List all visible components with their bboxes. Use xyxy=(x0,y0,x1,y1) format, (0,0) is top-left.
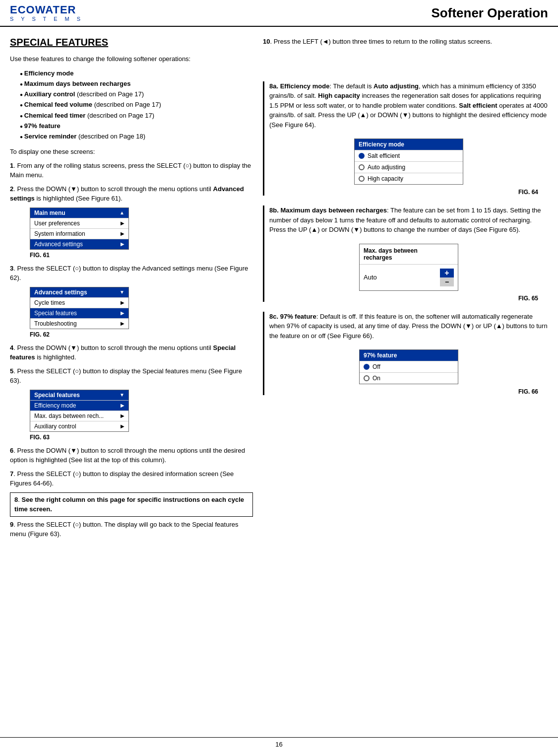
right-column: 10. Press the LEFT (◄) button three time… xyxy=(263,37,548,543)
fig-61-item-3: Advanced settings ▶ xyxy=(30,239,128,249)
fig-66-box: 97% feature Off On xyxy=(359,349,458,384)
arrow-right-icon: ▶ xyxy=(121,321,124,326)
feat-item-label: Off xyxy=(372,363,380,370)
main-content: SPECIAL FEATURES Use these features to c… xyxy=(0,27,558,552)
fig-65-header: Max. days betweenrecharges xyxy=(360,244,458,265)
days-controls: + − xyxy=(440,269,454,286)
fig-66-container: 97% feature Off On xyxy=(269,345,548,388)
menu-item-label: Troubleshooting xyxy=(34,320,77,327)
days-minus-button[interactable]: − xyxy=(440,277,454,286)
fig-66-item-1: Off xyxy=(360,361,458,372)
arrow-right-icon: ▶ xyxy=(121,231,124,236)
step-8b-text: 8b. Maximum days between recharges: The … xyxy=(269,206,548,235)
fig-64-container: Efficiency mode Salt efficient Auto adju… xyxy=(269,135,548,189)
fig-65-label: FIG. 65 xyxy=(269,295,538,302)
eff-item-label: High capacity xyxy=(368,175,403,182)
menu-item-label: Auxiliary control xyxy=(34,423,76,430)
fig-65-container: Max. days betweenrecharges Auto + − xyxy=(269,240,548,295)
eff-item-label: Auto adjusting xyxy=(368,164,405,171)
fig-61-box: Main menu ▲ User preferences ▶ System in… xyxy=(30,207,129,250)
step-8-text: 8. See the right column on this page for… xyxy=(14,495,248,514)
arrow-right-icon: ▶ xyxy=(121,300,124,305)
fig-63-label: FIG. 63 xyxy=(30,434,253,441)
fig-63-header-label: Special features xyxy=(34,392,80,399)
radio-filled-icon xyxy=(364,364,370,370)
days-auto-label: Auto xyxy=(364,274,377,281)
step-3-text: 3. Press the SELECT (○) button to displa… xyxy=(10,264,253,283)
menu-item-label: Max. days between rech... xyxy=(34,412,104,419)
page-number: 16 xyxy=(275,741,282,748)
menu-item-label: Advanced settings xyxy=(34,241,83,248)
menu-item-label: User preferences xyxy=(34,220,80,227)
arrow-right-icon: ▶ xyxy=(121,413,124,418)
fig-62-item-1: Cycle times ▶ xyxy=(30,297,128,308)
step-10-text: 10. Press the LEFT (◄) button three time… xyxy=(263,37,548,47)
menu-item-label: System information xyxy=(34,230,85,237)
list-item: Chemical feed timer (described on Page 1… xyxy=(20,111,253,120)
list-item: Chemical feed volume (described on Page … xyxy=(20,100,253,109)
logo-systems: S Y S T E M S xyxy=(10,16,83,22)
step-8c-text: 8c. 97% feature: Default is off. If this… xyxy=(269,312,548,341)
fig-63-header: Special features ▼ xyxy=(30,390,128,400)
fig-65-content: Auto + − xyxy=(360,265,458,290)
page-footer: 16 xyxy=(0,737,558,751)
fig-61-label: FIG. 61 xyxy=(30,252,253,259)
left-column: SPECIAL FEATURES Use these features to c… xyxy=(10,37,253,543)
radio-filled-icon xyxy=(359,153,365,159)
fig-66-label: FIG. 66 xyxy=(269,388,538,395)
fig-62-box: Advanced settings ▼ Cycle times ▶ Specia… xyxy=(30,287,129,329)
menu-item-label: Special features xyxy=(34,310,77,317)
fig-63-item-2: Max. days between rech... ▶ xyxy=(30,411,128,421)
list-item: Maximum days between recharges xyxy=(20,79,253,88)
fig-62-label: FIG. 62 xyxy=(30,331,253,338)
section-8a: 8a. Efficiency mode: The default is Auto… xyxy=(263,81,548,196)
menu-item-label: Cycle times xyxy=(34,299,65,306)
section-8c: 8c. 97% feature: Default is off. If this… xyxy=(263,312,548,396)
fig-64-header: Efficiency mode xyxy=(355,139,463,150)
list-item: 97% feature xyxy=(20,122,253,131)
list-item: Service reminder (described on Page 18) xyxy=(20,132,253,141)
fig-63-item-1: Efficiency mode ▶ xyxy=(30,400,128,411)
radio-empty-icon xyxy=(359,176,365,182)
fig-61-header-label: Main menu xyxy=(34,209,65,216)
arrow-down-icon: ▼ xyxy=(120,392,124,398)
fig-62-header-label: Advanced settings xyxy=(34,289,87,296)
feature-list: Efficiency mode Maximum days between rec… xyxy=(20,69,253,141)
days-plus-button[interactable]: + xyxy=(440,269,454,277)
fig-64-item-3: High capacity xyxy=(355,173,463,184)
logo: ECOWATER S Y S T E M S xyxy=(10,4,83,22)
section-8b: 8b. Maximum days between recharges: The … xyxy=(263,206,548,302)
fig-64-box: Efficiency mode Salt efficient Auto adju… xyxy=(354,138,463,185)
feat-item-label: On xyxy=(372,375,380,382)
fig-64-label: FIG. 64 xyxy=(269,189,538,196)
arrow-up-icon: ▲ xyxy=(120,210,124,215)
fig-62-header: Advanced settings ▼ xyxy=(30,287,128,297)
fig-66-item-2: On xyxy=(360,372,458,384)
page-header: ECOWATER S Y S T E M S Softener Operatio… xyxy=(0,0,558,27)
step-9-text: 9. Press the SELECT (○) button. The disp… xyxy=(10,520,253,539)
step-6-text: 6. Press the DOWN (▼) button to scroll t… xyxy=(10,446,253,465)
step-8-emphasis: 8. See the right column on this page for… xyxy=(10,492,253,517)
list-item: Auxiliary control (described on Page 17) xyxy=(20,90,253,99)
step-1-text: 1. From any of the rolling status screen… xyxy=(10,161,253,180)
display-intro: To display one these screens: xyxy=(10,147,253,157)
step-4-text: 4. Press the DOWN (▼) button to scroll t… xyxy=(10,343,253,362)
arrow-right-icon: ▶ xyxy=(121,220,124,226)
fig-63-box: Special features ▼ Efficiency mode ▶ Max… xyxy=(30,390,129,432)
fig-64-item-1: Salt efficient xyxy=(355,150,463,161)
step-8a-text: 8a. Efficiency mode: The default is Auto… xyxy=(269,81,548,130)
section-title: SPECIAL FEATURES xyxy=(10,37,253,48)
arrow-right-icon: ▶ xyxy=(121,310,124,316)
arrow-right-icon: ▶ xyxy=(121,241,124,247)
fig-61-item-2: System information ▶ xyxy=(30,228,128,239)
menu-item-label: Efficiency mode xyxy=(34,402,76,409)
radio-empty-icon xyxy=(364,375,370,381)
page-title: Softener Operation xyxy=(432,5,548,21)
fig-63-item-3: Auxiliary control ▶ xyxy=(30,421,128,431)
fig-62-item-2: Special features ▶ xyxy=(30,308,128,318)
list-item: Efficiency mode xyxy=(20,69,253,78)
arrow-right-icon: ▶ xyxy=(121,423,124,429)
radio-empty-icon xyxy=(359,164,365,170)
arrow-right-icon: ▶ xyxy=(121,403,124,408)
fig-61-item-1: User preferences ▶ xyxy=(30,218,128,228)
